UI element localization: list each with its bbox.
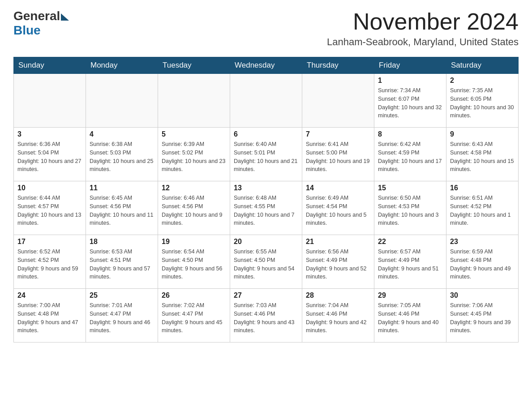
calendar-cell: 1Sunrise: 7:34 AMSunset: 6:07 PMDaylight… xyxy=(374,74,446,128)
calendar-row-2: 10Sunrise: 6:44 AMSunset: 4:57 PMDayligh… xyxy=(14,181,519,235)
day-number: 30 xyxy=(450,291,515,300)
day-info: Sunrise: 7:04 AMSunset: 4:46 PMDaylight:… xyxy=(306,301,370,335)
day-info: Sunrise: 6:36 AMSunset: 5:04 PMDaylight:… xyxy=(17,140,82,174)
calendar-table: SundayMondayTuesdayWednesdayThursdayFrid… xyxy=(13,57,519,342)
day-info: Sunrise: 6:57 AMSunset: 4:49 PMDaylight:… xyxy=(378,248,442,281)
day-number: 5 xyxy=(162,130,226,138)
calendar-cell: 17Sunrise: 6:52 AMSunset: 4:52 PMDayligh… xyxy=(14,235,86,289)
calendar-cell: 20Sunrise: 6:55 AMSunset: 4:50 PMDayligh… xyxy=(230,235,302,289)
header-row: SundayMondayTuesdayWednesdayThursdayFrid… xyxy=(14,57,519,74)
day-info: Sunrise: 6:43 AMSunset: 4:58 PMDaylight:… xyxy=(450,140,515,174)
day-info: Sunrise: 6:54 AMSunset: 4:50 PMDaylight:… xyxy=(162,248,226,281)
calendar-cell xyxy=(14,74,86,128)
day-number: 24 xyxy=(17,291,82,300)
calendar-cell: 13Sunrise: 6:48 AMSunset: 4:55 PMDayligh… xyxy=(230,181,302,235)
calendar-cell: 11Sunrise: 6:45 AMSunset: 4:56 PMDayligh… xyxy=(86,181,158,235)
day-number: 28 xyxy=(306,291,370,300)
calendar-cell: 10Sunrise: 6:44 AMSunset: 4:57 PMDayligh… xyxy=(14,181,86,235)
header-tuesday: Tuesday xyxy=(158,57,230,74)
calendar-cell: 3Sunrise: 6:36 AMSunset: 5:04 PMDaylight… xyxy=(14,128,86,181)
calendar-cell xyxy=(230,74,302,128)
page-header: General Blue November 2024 Lanham-Seabro… xyxy=(13,9,519,48)
calendar-cell: 28Sunrise: 7:04 AMSunset: 4:46 PMDayligh… xyxy=(302,289,374,342)
day-info: Sunrise: 7:34 AMSunset: 6:07 PMDaylight:… xyxy=(378,86,442,120)
day-info: Sunrise: 6:50 AMSunset: 4:53 PMDaylight:… xyxy=(378,194,442,227)
calendar-cell xyxy=(86,74,158,128)
day-number: 12 xyxy=(162,184,226,192)
day-number: 7 xyxy=(306,130,370,138)
day-info: Sunrise: 6:56 AMSunset: 4:49 PMDaylight:… xyxy=(306,248,370,281)
day-info: Sunrise: 6:38 AMSunset: 5:03 PMDaylight:… xyxy=(90,140,154,174)
day-number: 25 xyxy=(90,291,154,300)
location-title: Lanham-Seabrook, Maryland, United States xyxy=(327,36,519,48)
header-thursday: Thursday xyxy=(302,57,374,74)
day-info: Sunrise: 7:03 AMSunset: 4:46 PMDaylight:… xyxy=(234,301,298,335)
day-number: 1 xyxy=(378,77,442,85)
header-wednesday: Wednesday xyxy=(230,57,302,74)
logo-blue-text: Blue xyxy=(13,23,41,38)
calendar-cell: 16Sunrise: 6:51 AMSunset: 4:52 PMDayligh… xyxy=(446,181,519,235)
calendar-cell: 8Sunrise: 6:42 AMSunset: 4:59 PMDaylight… xyxy=(374,128,446,181)
calendar-cell: 24Sunrise: 7:00 AMSunset: 4:48 PMDayligh… xyxy=(14,289,86,342)
day-number: 22 xyxy=(378,238,442,246)
day-number: 29 xyxy=(378,291,442,300)
header-monday: Monday xyxy=(86,57,158,74)
day-info: Sunrise: 6:49 AMSunset: 4:54 PMDaylight:… xyxy=(306,194,370,227)
calendar-row-0: 1Sunrise: 7:34 AMSunset: 6:07 PMDaylight… xyxy=(14,74,519,128)
calendar-cell: 19Sunrise: 6:54 AMSunset: 4:50 PMDayligh… xyxy=(158,235,230,289)
day-number: 13 xyxy=(234,184,298,192)
day-number: 8 xyxy=(378,130,442,138)
day-info: Sunrise: 7:06 AMSunset: 4:45 PMDaylight:… xyxy=(450,301,515,335)
day-info: Sunrise: 6:52 AMSunset: 4:52 PMDaylight:… xyxy=(17,248,82,281)
logo-general-text: General xyxy=(13,9,60,23)
day-number: 19 xyxy=(162,238,226,246)
calendar-cell: 26Sunrise: 7:02 AMSunset: 4:47 PMDayligh… xyxy=(158,289,230,342)
day-info: Sunrise: 6:53 AMSunset: 4:51 PMDaylight:… xyxy=(90,248,154,281)
day-info: Sunrise: 6:48 AMSunset: 4:55 PMDaylight:… xyxy=(234,194,298,227)
day-number: 6 xyxy=(234,130,298,138)
calendar-cell: 18Sunrise: 6:53 AMSunset: 4:51 PMDayligh… xyxy=(86,235,158,289)
calendar-cell: 5Sunrise: 6:39 AMSunset: 5:02 PMDaylight… xyxy=(158,128,230,181)
day-info: Sunrise: 6:42 AMSunset: 4:59 PMDaylight:… xyxy=(378,140,442,174)
calendar-cell: 7Sunrise: 6:41 AMSunset: 5:00 PMDaylight… xyxy=(302,128,374,181)
day-number: 26 xyxy=(162,291,226,300)
day-number: 27 xyxy=(234,291,298,300)
calendar-cell: 15Sunrise: 6:50 AMSunset: 4:53 PMDayligh… xyxy=(374,181,446,235)
day-info: Sunrise: 6:46 AMSunset: 4:56 PMDaylight:… xyxy=(162,194,226,227)
day-number: 9 xyxy=(450,130,515,138)
calendar-cell: 14Sunrise: 6:49 AMSunset: 4:54 PMDayligh… xyxy=(302,181,374,235)
day-info: Sunrise: 6:41 AMSunset: 5:00 PMDaylight:… xyxy=(306,140,370,174)
header-saturday: Saturday xyxy=(446,57,519,74)
day-number: 16 xyxy=(450,184,515,192)
calendar-cell: 6Sunrise: 6:40 AMSunset: 5:01 PMDaylight… xyxy=(230,128,302,181)
day-number: 14 xyxy=(306,184,370,192)
day-info: Sunrise: 7:02 AMSunset: 4:47 PMDaylight:… xyxy=(162,301,226,335)
day-info: Sunrise: 6:40 AMSunset: 5:01 PMDaylight:… xyxy=(234,140,298,174)
calendar-cell xyxy=(158,74,230,128)
day-info: Sunrise: 7:35 AMSunset: 6:05 PMDaylight:… xyxy=(450,86,515,120)
day-number: 21 xyxy=(306,238,370,246)
calendar-cell: 21Sunrise: 6:56 AMSunset: 4:49 PMDayligh… xyxy=(302,235,374,289)
day-number: 18 xyxy=(90,238,154,246)
day-number: 20 xyxy=(234,238,298,246)
header-sunday: Sunday xyxy=(14,57,86,74)
calendar-cell: 27Sunrise: 7:03 AMSunset: 4:46 PMDayligh… xyxy=(230,289,302,342)
calendar-cell: 4Sunrise: 6:38 AMSunset: 5:03 PMDaylight… xyxy=(86,128,158,181)
calendar-row-3: 17Sunrise: 6:52 AMSunset: 4:52 PMDayligh… xyxy=(14,235,519,289)
logo-arrow-icon xyxy=(61,13,69,21)
day-number: 11 xyxy=(90,184,154,192)
day-info: Sunrise: 6:39 AMSunset: 5:02 PMDaylight:… xyxy=(162,140,226,174)
calendar-cell: 25Sunrise: 7:01 AMSunset: 4:47 PMDayligh… xyxy=(86,289,158,342)
day-info: Sunrise: 6:44 AMSunset: 4:57 PMDaylight:… xyxy=(17,194,82,227)
day-info: Sunrise: 7:00 AMSunset: 4:48 PMDaylight:… xyxy=(17,301,82,335)
day-info: Sunrise: 6:45 AMSunset: 4:56 PMDaylight:… xyxy=(90,194,154,227)
calendar-cell xyxy=(302,74,374,128)
day-info: Sunrise: 7:05 AMSunset: 4:46 PMDaylight:… xyxy=(378,301,442,335)
calendar-cell: 23Sunrise: 6:59 AMSunset: 4:48 PMDayligh… xyxy=(446,235,519,289)
day-number: 2 xyxy=(450,77,515,85)
day-number: 15 xyxy=(378,184,442,192)
day-number: 4 xyxy=(90,130,154,138)
calendar-cell: 22Sunrise: 6:57 AMSunset: 4:49 PMDayligh… xyxy=(374,235,446,289)
calendar-cell: 12Sunrise: 6:46 AMSunset: 4:56 PMDayligh… xyxy=(158,181,230,235)
calendar-cell: 30Sunrise: 7:06 AMSunset: 4:45 PMDayligh… xyxy=(446,289,519,342)
